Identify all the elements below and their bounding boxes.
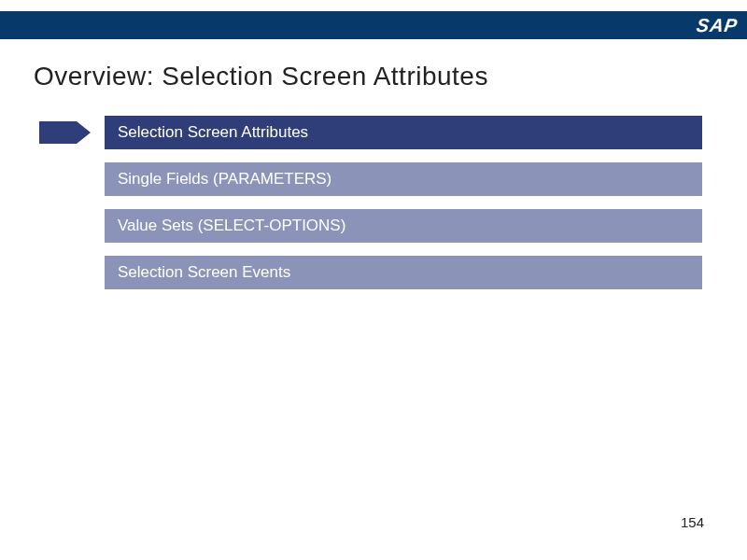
content-area: Overview: Selection Screen Attributes Se… [0, 39, 747, 289]
nav-item-label: Selection Screen Events [118, 263, 290, 282]
nav-row-single-fields: Single Fields (PARAMETERS) [39, 162, 713, 196]
nav-item-label: Value Sets (SELECT-OPTIONS) [118, 217, 345, 235]
nav-item-value-sets[interactable]: Value Sets (SELECT-OPTIONS) [105, 209, 702, 243]
nav-row-selection-screen-events: Selection Screen Events [39, 256, 713, 289]
page-title: Overview: Selection Screen Attributes [34, 62, 713, 91]
arrow-right-icon [39, 119, 93, 147]
page-number: 154 [681, 514, 704, 530]
svg-marker-0 [39, 121, 91, 144]
nav-item-selection-screen-attributes[interactable]: Selection Screen Attributes [105, 116, 702, 149]
arrow-placeholder [39, 209, 105, 243]
nav-row-selection-screen-attributes: Selection Screen Attributes [39, 116, 713, 149]
arrow-placeholder [39, 256, 105, 289]
nav-list: Selection Screen Attributes Single Field… [39, 116, 713, 289]
top-bar: SAP [0, 11, 747, 39]
arrow-placeholder [39, 162, 105, 196]
arrow-indicator [39, 116, 105, 149]
nav-item-single-fields[interactable]: Single Fields (PARAMETERS) [105, 162, 702, 196]
sap-logo: SAP [695, 15, 739, 36]
nav-item-selection-screen-events[interactable]: Selection Screen Events [105, 256, 702, 289]
nav-item-label: Single Fields (PARAMETERS) [118, 170, 331, 189]
nav-row-value-sets: Value Sets (SELECT-OPTIONS) [39, 209, 713, 243]
nav-item-label: Selection Screen Attributes [118, 123, 308, 142]
